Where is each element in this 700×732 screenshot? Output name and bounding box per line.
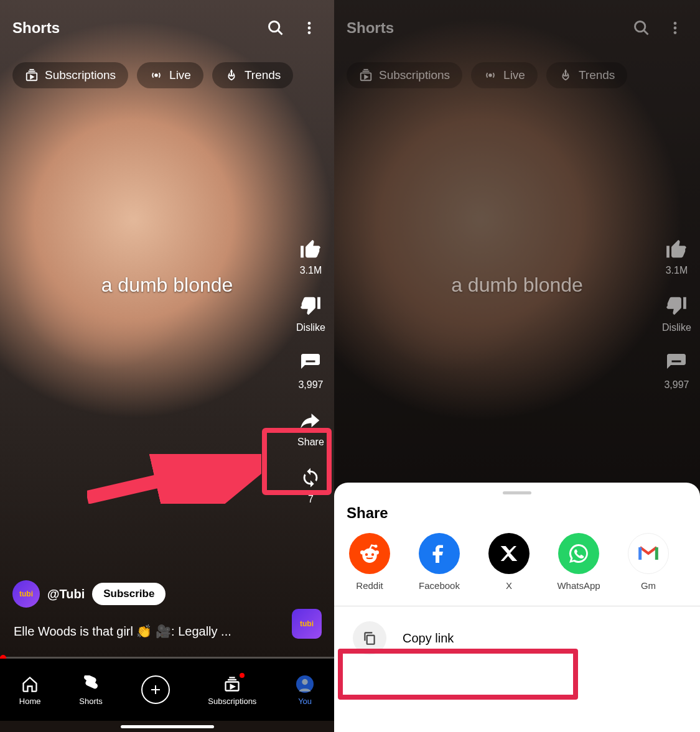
svg-point-19 xyxy=(302,679,307,684)
screen-left: Shorts Subscriptions Live Trends a d xyxy=(0,0,334,732)
share-icon xyxy=(298,408,323,433)
filter-chips: Subscriptions Live Trends xyxy=(334,62,700,88)
you-avatar-icon xyxy=(295,674,315,694)
app-label: X xyxy=(506,580,512,591)
thumbs-up-icon xyxy=(664,236,689,261)
share-gmail[interactable]: Gm xyxy=(625,533,671,591)
svg-point-23 xyxy=(674,27,677,30)
chip-label: Subscriptions xyxy=(379,68,450,82)
plus-icon xyxy=(141,675,170,704)
sound-badge[interactable]: tubi xyxy=(292,609,322,639)
dislike-button[interactable]: Dislike xyxy=(296,294,325,333)
comment-count: 3,997 xyxy=(298,379,323,391)
app-label: Reddit xyxy=(356,580,383,591)
search-icon xyxy=(633,19,650,37)
video-caption: a dumb blonde xyxy=(101,274,233,297)
share-whatsapp[interactable]: WhatsApp xyxy=(556,533,602,591)
thumbs-up-icon xyxy=(298,236,323,261)
action-rail: 3.1M Dislike 3,997 Share 7 xyxy=(296,236,325,505)
nav-home[interactable]: Home xyxy=(19,674,41,706)
svg-point-29 xyxy=(489,74,492,76)
like-button[interactable]: 3.1M xyxy=(298,236,323,276)
copy-link-label: Copy link xyxy=(403,631,454,646)
thumbs-down-icon xyxy=(664,294,689,318)
svg-marker-26 xyxy=(365,75,368,79)
dislike-label: Dislike xyxy=(296,322,325,333)
sound-text: tubi xyxy=(300,619,314,628)
nav-subscriptions[interactable]: Subscriptions xyxy=(208,674,256,706)
comment-icon xyxy=(664,351,689,376)
top-bar: Shorts xyxy=(0,0,334,56)
video-caption: a dumb blonde xyxy=(451,274,583,297)
home-indicator[interactable] xyxy=(121,725,214,728)
app-label: Gm xyxy=(641,580,656,591)
dislike-button[interactable]: Dislike xyxy=(662,294,691,333)
nav-create[interactable] xyxy=(141,675,170,704)
share-button[interactable]: Share xyxy=(297,408,324,448)
x-icon xyxy=(488,533,530,574)
gmail-icon xyxy=(628,533,669,574)
copy-link-row[interactable]: Copy link xyxy=(334,606,700,670)
svg-line-21 xyxy=(644,30,648,35)
share-apps-row[interactable]: Reddit Facebook X WhatsApp xyxy=(334,533,700,606)
nav-you[interactable]: You xyxy=(295,674,315,706)
remix-icon xyxy=(298,465,323,490)
subscriptions-nav-icon xyxy=(222,674,242,694)
chip-label: Live xyxy=(169,68,191,82)
whatsapp-icon xyxy=(558,533,599,574)
live-icon xyxy=(149,68,163,82)
svg-point-32 xyxy=(371,554,374,556)
search-button[interactable] xyxy=(263,16,288,40)
video-frame xyxy=(0,0,334,732)
more-button[interactable] xyxy=(663,16,688,40)
filter-chips: Subscriptions Live Trends xyxy=(0,62,334,88)
comment-icon xyxy=(298,351,323,376)
svg-point-35 xyxy=(375,550,379,555)
live-icon xyxy=(483,68,497,82)
home-icon xyxy=(20,674,40,694)
chip-live[interactable]: Live xyxy=(471,62,538,88)
like-count: 3.1M xyxy=(666,265,688,276)
chip-subscriptions[interactable]: Subscriptions xyxy=(12,62,128,88)
subscriptions-icon xyxy=(359,68,373,82)
nav-label: Shorts xyxy=(79,697,103,706)
nav-shorts[interactable]: Shorts xyxy=(79,674,103,706)
chip-trends[interactable]: Trends xyxy=(212,62,293,88)
share-facebook[interactable]: Facebook xyxy=(416,533,462,591)
share-label: Share xyxy=(297,437,324,448)
sheet-drag-handle[interactable] xyxy=(503,491,531,494)
top-bar: Shorts xyxy=(334,0,700,56)
subscribe-button[interactable]: Subscribe xyxy=(92,583,166,605)
fire-icon xyxy=(559,68,572,82)
remix-button[interactable]: 7 xyxy=(298,465,323,505)
svg-point-31 xyxy=(365,554,368,556)
like-button[interactable]: 3.1M xyxy=(664,236,689,276)
search-icon xyxy=(267,19,284,37)
svg-point-24 xyxy=(674,31,677,34)
nav-label: You xyxy=(298,697,312,706)
svg-rect-36 xyxy=(367,636,375,644)
comments-button[interactable]: 3,997 xyxy=(664,351,689,391)
more-vert-icon xyxy=(667,20,683,36)
chip-label: Trends xyxy=(245,68,281,82)
chip-label: Subscriptions xyxy=(45,68,116,82)
comment-count: 3,997 xyxy=(664,379,689,391)
channel-handle[interactable]: @Tubi xyxy=(47,587,85,601)
svg-point-9 xyxy=(155,74,157,76)
dislike-label: Dislike xyxy=(662,322,691,333)
chip-live[interactable]: Live xyxy=(137,62,203,88)
svg-point-0 xyxy=(269,22,279,32)
shorts-icon xyxy=(81,674,101,694)
share-x[interactable]: X xyxy=(486,533,532,591)
chip-trends[interactable]: Trends xyxy=(546,62,627,88)
comments-button[interactable]: 3,997 xyxy=(298,351,323,391)
svg-line-1 xyxy=(278,30,282,35)
avatar-text: tubi xyxy=(19,590,33,598)
app-label: Facebook xyxy=(419,580,460,591)
chip-subscriptions[interactable]: Subscriptions xyxy=(347,62,462,88)
more-button[interactable] xyxy=(297,16,322,40)
share-reddit[interactable]: Reddit xyxy=(347,533,393,591)
search-button[interactable] xyxy=(629,16,654,40)
channel-avatar[interactable]: tubi xyxy=(12,580,40,608)
video-description[interactable]: Elle Woods is that girl 👏 🎥: Legally ... xyxy=(14,624,278,639)
